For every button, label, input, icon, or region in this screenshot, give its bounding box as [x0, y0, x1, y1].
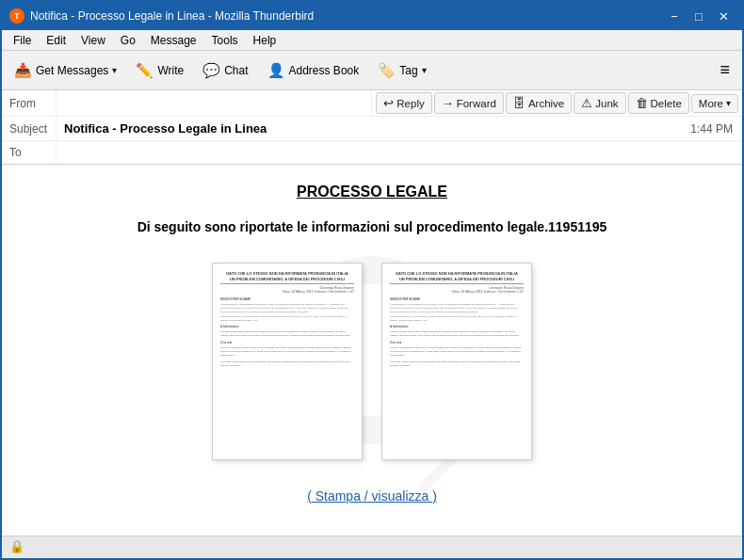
get-messages-dropdown-icon[interactable]: ▾ [112, 65, 117, 75]
subject-value: Notifica - Processo Legale in Linea [57, 118, 681, 139]
document-preview-1: DATO CHE LO STESSO NON HA RIFORMATA PRON… [212, 263, 363, 460]
from-label: From [2, 90, 57, 116]
write-label: Write [157, 64, 184, 77]
delete-button[interactable]: 🗑 Delete [628, 92, 689, 114]
menu-help[interactable]: Help [246, 32, 284, 49]
menu-file[interactable]: File [6, 32, 39, 49]
menu-go[interactable]: Go [113, 32, 143, 49]
chat-label: Chat [224, 64, 248, 77]
doc2-section: GIUDICE PER SCIAME [390, 297, 524, 301]
tag-icon: 🏷️ [378, 62, 396, 79]
junk-button[interactable]: ⚠ Junk [574, 92, 625, 114]
get-messages-button[interactable]: 📥 Get Messages ▾ [6, 57, 125, 84]
archive-button[interactable]: 🗄 Archive [506, 92, 572, 114]
email-docs: DATO CHE LO STESSO NON HA RIFORMATA PRON… [30, 263, 714, 460]
menu-view[interactable]: View [73, 32, 113, 49]
write-button[interactable]: ✏️ Write [127, 57, 192, 84]
junk-label: Junk [595, 98, 618, 109]
print-link[interactable]: ( Stampa / visualizza ) [30, 488, 714, 504]
email-body: PROCESSO LEGALE Di seguito sono riportat… [2, 165, 742, 536]
to-value [57, 149, 742, 156]
doc1-info: Tesi informativa del IT di Procedure: E … [220, 315, 354, 323]
forward-icon: → [442, 96, 454, 110]
doc1-para2: Cluione Il presenta riservato come la no… [220, 346, 354, 358]
doc2-para3: Piu e tutta, denso abbuoni di dichiara l… [390, 360, 524, 368]
chat-icon: 💬 [202, 62, 220, 79]
reply-label: Reply [396, 98, 424, 109]
email-time: 1:44 PM [681, 119, 742, 139]
doc1-para1: L'esame modific risulta dalla modifica p… [220, 330, 354, 338]
reply-icon: ↩ [383, 96, 394, 110]
to-label: To [2, 142, 57, 163]
to-row: To [2, 141, 742, 164]
doc2-para1: L'esame modific risulta dalla modifica p… [390, 330, 524, 338]
document-preview-2: DATO CHE LO STESSO NON HA RIFORMATA PRON… [381, 263, 532, 460]
subject-label: Subject [2, 119, 57, 139]
forward-label: Forward [457, 98, 496, 109]
main-window: T Notifica - Processo Legale in Linea - … [0, 0, 744, 560]
junk-icon: ⚠ [581, 96, 592, 110]
doc1-section3: 2 La rete [220, 341, 354, 344]
doc2-section3: 2 La rete [390, 341, 524, 344]
menu-edit[interactable]: Edit [39, 32, 73, 49]
hamburger-button[interactable]: ≡ [711, 56, 738, 85]
doc2-para2: Cluione Il presenta riservato come la no… [390, 346, 524, 358]
menu-bar: File Edit View Go Message Tools Help [2, 30, 742, 51]
email-content: PROCESSO LEGALE Di seguito sono riportat… [30, 184, 714, 504]
header-fields: From ↩ Reply → Forward 🗄 Archive ⚠ Junk [2, 90, 742, 165]
archive-icon: 🗄 [513, 96, 526, 110]
get-messages-label: Get Messages [36, 64, 108, 77]
subject-row: Subject Notifica - Processo Legale in Li… [2, 117, 742, 141]
doc1-intro: I Introduzione: E il procedimento del pr… [220, 303, 354, 313]
get-messages-icon: 📥 [14, 62, 32, 79]
title-bar-left: T Notifica - Processo Legale in Linea - … [9, 8, 314, 24]
doc2-header: DATO CHE LO STESSO NON HA RIFORMATA PRON… [390, 271, 524, 281]
address-book-button[interactable]: 👤 Address Book [259, 57, 368, 84]
more-label: More [699, 98, 723, 109]
forward-button[interactable]: → Forward [434, 92, 504, 114]
tag-label: Tag [399, 64, 417, 77]
title-bar: T Notifica - Processo Legale in Linea - … [2, 2, 742, 30]
close-button[interactable]: ✕ [712, 7, 735, 25]
email-subtitle: Di seguito sono riportate le informazion… [30, 219, 714, 234]
title-bar-controls: − □ ✕ [663, 7, 735, 25]
doc1-section: GIUDICE PER SCIAME [220, 297, 354, 301]
doc2-section2: A Informatice: [390, 325, 524, 328]
window-title: Notifica - Processo Legale in Linea - Mo… [30, 9, 314, 23]
delete-icon: 🗑 [636, 96, 648, 110]
status-lock-icon: 🔒 [9, 539, 26, 556]
app-icon: T [9, 8, 24, 24]
address-book-label: Address Book [289, 64, 360, 77]
doc1-para3: Piu e tutta, denso abbuoni di dichiara l… [220, 360, 354, 368]
email-title: PROCESSO LEGALE [30, 184, 714, 200]
menu-tools[interactable]: Tools [204, 32, 246, 49]
maximize-button[interactable]: □ [687, 7, 710, 25]
doc1-header: DATO CHE LO STESSO NON HA RIFORMATA PRON… [220, 271, 354, 281]
from-row: From ↩ Reply → Forward 🗄 Archive ⚠ Junk [2, 90, 742, 117]
doc2-intro: I Introduzione: E il procedimento del pr… [390, 303, 524, 313]
from-value [57, 90, 371, 116]
more-dropdown-icon: ▾ [726, 98, 731, 108]
tag-button[interactable]: 🏷️ Tag ▾ [369, 57, 434, 84]
delete-label: Delete [651, 98, 682, 109]
menu-message[interactable]: Message [143, 32, 204, 49]
doc2-name: Leonardo Rosa-SciameData: 14 Marzo 2011 … [390, 283, 524, 294]
more-button[interactable]: More ▾ [691, 94, 738, 113]
doc2-info: Tesi informativa del IT di Procedure: E … [390, 315, 524, 323]
doc1-section2: A Informatice: [220, 325, 354, 328]
toolbar: 📥 Get Messages ▾ ✏️ Write 💬 Chat 👤 Addre… [2, 51, 742, 90]
action-buttons: ↩ Reply → Forward 🗄 Archive ⚠ Junk 🗑 [371, 90, 742, 116]
address-book-icon: 👤 [267, 62, 285, 79]
chat-button[interactable]: 💬 Chat [194, 57, 256, 84]
minimize-button[interactable]: − [663, 7, 686, 25]
reply-button[interactable]: ↩ Reply [376, 92, 431, 114]
archive-label: Archive [528, 98, 564, 109]
doc1-name: Garantita Rosa-SciameData: 14 Marzo 2011… [220, 283, 354, 294]
tag-dropdown-icon[interactable]: ▾ [422, 65, 427, 75]
write-icon: ✏️ [136, 62, 154, 79]
status-bar: 🔒 [2, 536, 742, 558]
